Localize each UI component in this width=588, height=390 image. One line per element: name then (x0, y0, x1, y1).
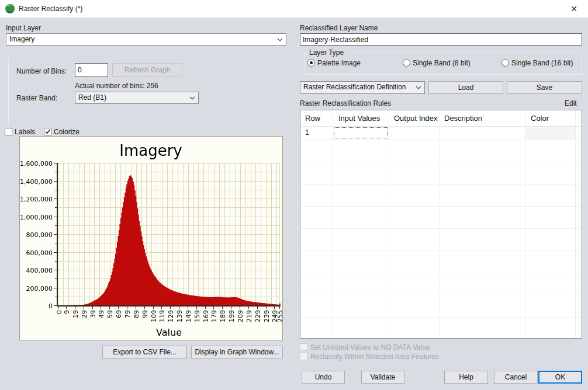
input-layer-value: Imagery (9, 35, 34, 43)
bins-label: Number of Bins: (16, 67, 67, 75)
title-bar: Raster Reclassify (*) ✕ (0, 0, 588, 18)
dialog-body: Input Layer Imagery Number of Bins: Refr… (0, 18, 588, 390)
histogram-canvas (20, 137, 282, 340)
radio-single-band-16-label: Single Band (16 bit) (511, 59, 573, 67)
histogram-panel (19, 136, 283, 340)
reclassified-name-label: Reclassified Layer Name (300, 24, 378, 32)
labels-checkbox-label: Labels (15, 128, 35, 136)
unlisted-values-checkbox (300, 343, 307, 351)
actual-bins-text: Actual number of bins: 256 (75, 82, 158, 90)
raster-band-label: Raster Band: (16, 94, 57, 102)
rules-label: Raster Reclassification Rules (300, 99, 391, 107)
help-button[interactable]: Help (444, 371, 488, 384)
refresh-graph-button: Refresh Graph (112, 63, 182, 77)
row1-color-cell[interactable] (525, 127, 575, 140)
unlisted-values-label: Set Unlisted Values to NO DATA Value (310, 343, 430, 351)
group-divider (8, 57, 9, 126)
layer-type-label: Layer Type (308, 48, 346, 57)
cancel-button[interactable]: Cancel (494, 371, 538, 384)
col-header-input-values: Input Values (338, 110, 380, 126)
bins-input[interactable] (75, 63, 108, 77)
radio-palette-image[interactable] (307, 59, 315, 67)
row1-index: 1 (305, 128, 309, 137)
edit-link[interactable]: Edit (565, 99, 577, 107)
close-icon[interactable]: ✕ (566, 0, 582, 18)
load-button[interactable]: Load (428, 81, 503, 94)
chevron-down-icon (277, 38, 283, 41)
display-graph-button[interactable]: Display in Graph Window... (191, 346, 283, 358)
reclassify-area-label: Reclassify Within Selected Area Features (310, 353, 439, 361)
raster-band-value: Red (B1) (78, 93, 106, 102)
radio-single-band-8[interactable] (403, 59, 410, 67)
rules-table[interactable]: Row Input Values Output Index Descriptio… (300, 110, 582, 339)
empty-row-grid (300, 140, 582, 338)
ok-button[interactable]: OK (538, 371, 582, 384)
check-icon (44, 128, 51, 135)
save-button[interactable]: Save (507, 81, 582, 94)
radio-single-band-16[interactable] (501, 59, 509, 67)
reclassify-area-checkbox (300, 353, 307, 360)
col-header-description: Description (444, 110, 482, 126)
col-header-output-index: Output Index (394, 110, 437, 126)
window-title: Raster Reclassify (*) (19, 0, 82, 18)
colorize-checkbox-label: Colorize (54, 128, 79, 136)
raster-band-combo[interactable]: Red (B1) (75, 92, 199, 104)
labels-checkbox[interactable] (5, 128, 12, 135)
export-csv-button[interactable]: Export to CSV File... (102, 346, 187, 358)
input-layer-label: Input Layer (6, 24, 41, 32)
definition-combo[interactable]: Raster Reclassification Definition (300, 81, 425, 94)
definition-value: Raster Reclassification Definition (303, 83, 406, 91)
validate-button[interactable]: Validate (361, 371, 404, 384)
chevron-down-icon (416, 86, 421, 89)
globe-icon (5, 4, 15, 14)
radio-single-band-8-label: Single Band (8 bit) (413, 59, 471, 67)
col-header-row: Row (305, 110, 320, 126)
raster-reclassify-dialog: Raster Reclassify (*) ✕ Input Layer Imag… (0, 0, 588, 390)
input-layer-combo[interactable]: Imagery (6, 33, 286, 46)
row1-input-values-cell[interactable] (334, 127, 388, 138)
colorize-checkbox[interactable] (44, 128, 51, 135)
col-header-color: Color (531, 110, 549, 126)
reclassified-name-input[interactable] (300, 33, 582, 46)
chevron-down-icon (189, 96, 195, 100)
undo-button[interactable]: Undo (302, 371, 345, 384)
radio-palette-image-label: Palette Image (317, 59, 361, 67)
